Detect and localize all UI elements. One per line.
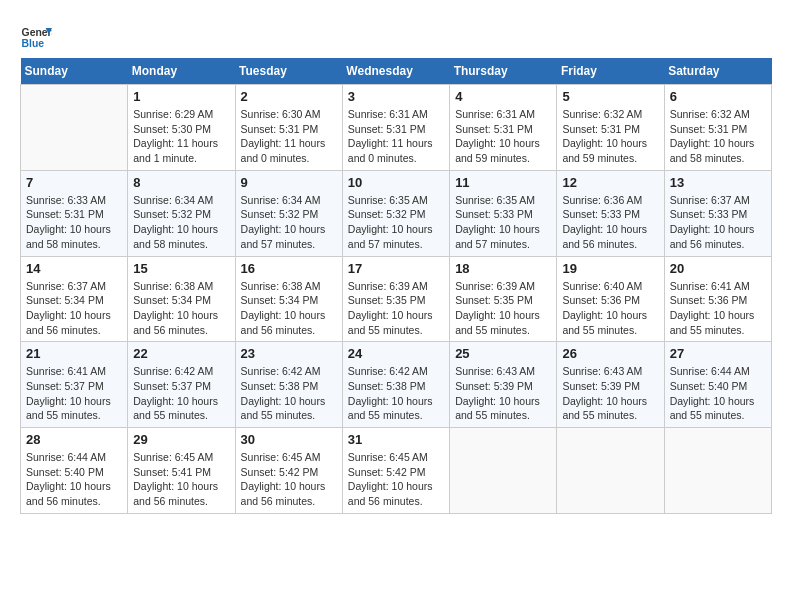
day-detail: Sunrise: 6:44 AMSunset: 5:40 PMDaylight:… <box>26 450 122 509</box>
logo: General Blue <box>20 20 52 52</box>
day-number: 14 <box>26 261 122 276</box>
day-number: 15 <box>133 261 229 276</box>
calendar-cell: 28Sunrise: 6:44 AMSunset: 5:40 PMDayligh… <box>21 428 128 514</box>
calendar-cell: 11Sunrise: 6:35 AMSunset: 5:33 PMDayligh… <box>450 170 557 256</box>
calendar-cell: 29Sunrise: 6:45 AMSunset: 5:41 PMDayligh… <box>128 428 235 514</box>
day-number: 4 <box>455 89 551 104</box>
day-detail: Sunrise: 6:32 AMSunset: 5:31 PMDaylight:… <box>562 107 658 166</box>
calendar-cell: 15Sunrise: 6:38 AMSunset: 5:34 PMDayligh… <box>128 256 235 342</box>
calendar-cell: 19Sunrise: 6:40 AMSunset: 5:36 PMDayligh… <box>557 256 664 342</box>
calendar-cell: 3Sunrise: 6:31 AMSunset: 5:31 PMDaylight… <box>342 85 449 171</box>
day-detail: Sunrise: 6:34 AMSunset: 5:32 PMDaylight:… <box>133 193 229 252</box>
week-row-2: 7Sunrise: 6:33 AMSunset: 5:31 PMDaylight… <box>21 170 772 256</box>
day-detail: Sunrise: 6:34 AMSunset: 5:32 PMDaylight:… <box>241 193 337 252</box>
day-detail: Sunrise: 6:38 AMSunset: 5:34 PMDaylight:… <box>133 279 229 338</box>
day-detail: Sunrise: 6:29 AMSunset: 5:30 PMDaylight:… <box>133 107 229 166</box>
day-number: 28 <box>26 432 122 447</box>
day-detail: Sunrise: 6:35 AMSunset: 5:33 PMDaylight:… <box>455 193 551 252</box>
logo-icon: General Blue <box>20 20 52 52</box>
calendar-cell <box>450 428 557 514</box>
day-number: 26 <box>562 346 658 361</box>
day-number: 31 <box>348 432 444 447</box>
day-number: 1 <box>133 89 229 104</box>
weekday-sunday: Sunday <box>21 58 128 85</box>
day-detail: Sunrise: 6:45 AMSunset: 5:42 PMDaylight:… <box>348 450 444 509</box>
day-number: 21 <box>26 346 122 361</box>
calendar-cell: 2Sunrise: 6:30 AMSunset: 5:31 PMDaylight… <box>235 85 342 171</box>
day-detail: Sunrise: 6:45 AMSunset: 5:41 PMDaylight:… <box>133 450 229 509</box>
calendar-cell: 18Sunrise: 6:39 AMSunset: 5:35 PMDayligh… <box>450 256 557 342</box>
calendar-body: 1Sunrise: 6:29 AMSunset: 5:30 PMDaylight… <box>21 85 772 514</box>
day-number: 13 <box>670 175 766 190</box>
day-number: 27 <box>670 346 766 361</box>
calendar-cell <box>664 428 771 514</box>
week-row-3: 14Sunrise: 6:37 AMSunset: 5:34 PMDayligh… <box>21 256 772 342</box>
day-number: 10 <box>348 175 444 190</box>
calendar-cell <box>21 85 128 171</box>
day-detail: Sunrise: 6:37 AMSunset: 5:34 PMDaylight:… <box>26 279 122 338</box>
week-row-1: 1Sunrise: 6:29 AMSunset: 5:30 PMDaylight… <box>21 85 772 171</box>
day-number: 29 <box>133 432 229 447</box>
day-number: 16 <box>241 261 337 276</box>
day-detail: Sunrise: 6:36 AMSunset: 5:33 PMDaylight:… <box>562 193 658 252</box>
day-detail: Sunrise: 6:43 AMSunset: 5:39 PMDaylight:… <box>455 364 551 423</box>
calendar-cell <box>557 428 664 514</box>
day-number: 9 <box>241 175 337 190</box>
weekday-header-row: SundayMondayTuesdayWednesdayThursdayFrid… <box>21 58 772 85</box>
weekday-wednesday: Wednesday <box>342 58 449 85</box>
day-number: 20 <box>670 261 766 276</box>
day-number: 19 <box>562 261 658 276</box>
day-number: 17 <box>348 261 444 276</box>
calendar-cell: 4Sunrise: 6:31 AMSunset: 5:31 PMDaylight… <box>450 85 557 171</box>
day-detail: Sunrise: 6:39 AMSunset: 5:35 PMDaylight:… <box>455 279 551 338</box>
week-row-4: 21Sunrise: 6:41 AMSunset: 5:37 PMDayligh… <box>21 342 772 428</box>
day-detail: Sunrise: 6:30 AMSunset: 5:31 PMDaylight:… <box>241 107 337 166</box>
calendar-cell: 6Sunrise: 6:32 AMSunset: 5:31 PMDaylight… <box>664 85 771 171</box>
day-detail: Sunrise: 6:43 AMSunset: 5:39 PMDaylight:… <box>562 364 658 423</box>
calendar-cell: 31Sunrise: 6:45 AMSunset: 5:42 PMDayligh… <box>342 428 449 514</box>
calendar-cell: 27Sunrise: 6:44 AMSunset: 5:40 PMDayligh… <box>664 342 771 428</box>
day-detail: Sunrise: 6:33 AMSunset: 5:31 PMDaylight:… <box>26 193 122 252</box>
weekday-tuesday: Tuesday <box>235 58 342 85</box>
day-detail: Sunrise: 6:37 AMSunset: 5:33 PMDaylight:… <box>670 193 766 252</box>
day-number: 24 <box>348 346 444 361</box>
calendar-cell: 22Sunrise: 6:42 AMSunset: 5:37 PMDayligh… <box>128 342 235 428</box>
calendar-cell: 21Sunrise: 6:41 AMSunset: 5:37 PMDayligh… <box>21 342 128 428</box>
day-number: 8 <box>133 175 229 190</box>
day-number: 25 <box>455 346 551 361</box>
weekday-friday: Friday <box>557 58 664 85</box>
day-detail: Sunrise: 6:42 AMSunset: 5:38 PMDaylight:… <box>348 364 444 423</box>
calendar-cell: 9Sunrise: 6:34 AMSunset: 5:32 PMDaylight… <box>235 170 342 256</box>
day-detail: Sunrise: 6:40 AMSunset: 5:36 PMDaylight:… <box>562 279 658 338</box>
day-detail: Sunrise: 6:41 AMSunset: 5:37 PMDaylight:… <box>26 364 122 423</box>
day-detail: Sunrise: 6:44 AMSunset: 5:40 PMDaylight:… <box>670 364 766 423</box>
calendar-cell: 7Sunrise: 6:33 AMSunset: 5:31 PMDaylight… <box>21 170 128 256</box>
day-detail: Sunrise: 6:41 AMSunset: 5:36 PMDaylight:… <box>670 279 766 338</box>
calendar-cell: 16Sunrise: 6:38 AMSunset: 5:34 PMDayligh… <box>235 256 342 342</box>
day-detail: Sunrise: 6:35 AMSunset: 5:32 PMDaylight:… <box>348 193 444 252</box>
calendar-table: SundayMondayTuesdayWednesdayThursdayFrid… <box>20 58 772 514</box>
day-detail: Sunrise: 6:31 AMSunset: 5:31 PMDaylight:… <box>455 107 551 166</box>
day-detail: Sunrise: 6:39 AMSunset: 5:35 PMDaylight:… <box>348 279 444 338</box>
calendar-cell: 5Sunrise: 6:32 AMSunset: 5:31 PMDaylight… <box>557 85 664 171</box>
day-number: 23 <box>241 346 337 361</box>
calendar-cell: 8Sunrise: 6:34 AMSunset: 5:32 PMDaylight… <box>128 170 235 256</box>
calendar-cell: 30Sunrise: 6:45 AMSunset: 5:42 PMDayligh… <box>235 428 342 514</box>
weekday-thursday: Thursday <box>450 58 557 85</box>
day-number: 11 <box>455 175 551 190</box>
day-detail: Sunrise: 6:42 AMSunset: 5:38 PMDaylight:… <box>241 364 337 423</box>
day-number: 12 <box>562 175 658 190</box>
week-row-5: 28Sunrise: 6:44 AMSunset: 5:40 PMDayligh… <box>21 428 772 514</box>
calendar-cell: 10Sunrise: 6:35 AMSunset: 5:32 PMDayligh… <box>342 170 449 256</box>
calendar-cell: 23Sunrise: 6:42 AMSunset: 5:38 PMDayligh… <box>235 342 342 428</box>
day-number: 22 <box>133 346 229 361</box>
day-detail: Sunrise: 6:32 AMSunset: 5:31 PMDaylight:… <box>670 107 766 166</box>
weekday-saturday: Saturday <box>664 58 771 85</box>
day-number: 6 <box>670 89 766 104</box>
day-number: 30 <box>241 432 337 447</box>
calendar-cell: 26Sunrise: 6:43 AMSunset: 5:39 PMDayligh… <box>557 342 664 428</box>
day-number: 3 <box>348 89 444 104</box>
day-detail: Sunrise: 6:31 AMSunset: 5:31 PMDaylight:… <box>348 107 444 166</box>
weekday-monday: Monday <box>128 58 235 85</box>
day-number: 5 <box>562 89 658 104</box>
